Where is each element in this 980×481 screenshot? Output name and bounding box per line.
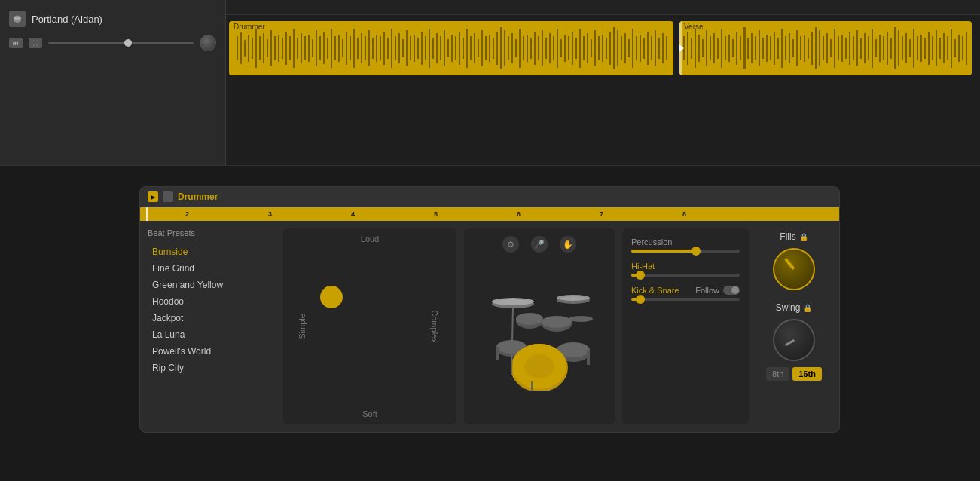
svg-rect-130 — [732, 39, 734, 57]
percussion-control: Percussion — [631, 237, 740, 253]
beat-presets-title: Beat Presets — [148, 228, 276, 237]
svg-rect-24 — [319, 36, 321, 60]
volume-slider-thumb[interactable] — [124, 39, 132, 47]
kit-icon-gear[interactable]: ⚙ — [502, 236, 519, 253]
track-name-row: Portland (Aidan) — [9, 11, 216, 27]
svg-rect-80 — [530, 38, 532, 59]
svg-rect-77 — [519, 29, 521, 68]
swing-knob-indicator — [784, 339, 795, 347]
svg-rect-177 — [909, 39, 911, 57]
svg-rect-59 — [451, 35, 453, 62]
svg-rect-72 — [500, 27, 502, 69]
rewind-button[interactable]: ⏮ — [9, 38, 23, 48]
svg-rect-58 — [447, 39, 449, 57]
svg-rect-39 — [376, 35, 377, 62]
drummer-panel-title: Drummer — [178, 191, 218, 202]
svg-rect-153 — [819, 30, 820, 66]
svg-rect-33 — [353, 29, 355, 68]
hihat-slider-thumb[interactable] — [636, 271, 645, 280]
preset-rip-city[interactable]: Rip City — [148, 360, 276, 376]
note-8th-button[interactable]: 8th — [766, 367, 789, 381]
svg-rect-185 — [939, 38, 941, 59]
svg-rect-71 — [496, 32, 498, 65]
svg-rect-135 — [751, 33, 753, 63]
note-16th-button[interactable]: 16th — [792, 367, 822, 381]
ruler-marker-4: 4 — [351, 210, 355, 218]
preset-burnside[interactable]: Burnside — [148, 244, 276, 260]
kick-snare-control: Kick & Snare Follow — [631, 286, 740, 301]
preset-la-luna[interactable]: La Luna — [148, 326, 276, 343]
svg-rect-83 — [542, 30, 543, 66]
drummer-panel-header: ▶ Drummer — [140, 187, 839, 207]
svg-rect-106 — [628, 39, 630, 57]
svg-rect-182 — [928, 32, 930, 65]
volume-slider-track[interactable] — [48, 42, 194, 44]
svg-rect-100 — [606, 38, 607, 59]
kit-icon-hand[interactable]: ✋ — [560, 236, 576, 253]
percussion-slider[interactable] — [631, 250, 740, 253]
svg-rect-171 — [887, 32, 888, 65]
svg-rect-60 — [455, 36, 456, 60]
svg-rect-157 — [834, 29, 835, 68]
preset-jackpot[interactable]: Jackpot — [148, 310, 276, 326]
drummer-region[interactable]: Drummer — [229, 21, 673, 75]
svg-rect-186 — [943, 33, 945, 63]
verse-region[interactable]: Verse — [679, 21, 972, 75]
svg-rect-184 — [936, 30, 937, 66]
svg-rect-84 — [545, 38, 547, 59]
svg-rect-51 — [421, 32, 423, 65]
percussion-slider-thumb[interactable] — [691, 247, 701, 256]
fills-lock-icon[interactable]: 🔒 — [799, 233, 808, 241]
svg-rect-96 — [591, 39, 592, 57]
timeline-ruler — [226, 0, 980, 15]
preset-powells-world[interactable]: Powell's World — [148, 343, 276, 360]
svg-rect-121 — [698, 35, 700, 62]
svg-rect-141 — [774, 32, 775, 65]
volume-control — [48, 42, 194, 44]
svg-rect-2 — [237, 36, 238, 60]
pad-label-loud: Loud — [361, 234, 379, 244]
svg-rect-149 — [804, 35, 805, 62]
follow-toggle[interactable]: Follow — [695, 286, 740, 295]
drummer-ruler: 2 3 4 5 6 7 8 — [140, 207, 839, 221]
svg-rect-48 — [410, 36, 411, 60]
performance-pad-dot[interactable] — [320, 286, 343, 308]
svg-rect-208 — [496, 347, 499, 360]
svg-rect-13 — [278, 35, 279, 62]
svg-rect-91 — [572, 32, 573, 65]
svg-rect-93 — [579, 29, 581, 68]
fills-knob[interactable] — [773, 248, 815, 290]
svg-rect-23 — [316, 30, 317, 66]
svg-rect-175 — [902, 36, 903, 60]
svg-rect-4 — [244, 40, 246, 57]
svg-rect-89 — [564, 35, 566, 62]
svg-rect-69 — [489, 35, 490, 62]
svg-rect-82 — [538, 36, 539, 60]
svg-rect-29 — [338, 35, 340, 62]
swing-lock-icon[interactable]: 🔒 — [803, 304, 812, 312]
svg-rect-155 — [826, 33, 828, 63]
hihat-slider[interactable] — [631, 274, 740, 277]
svg-rect-134 — [747, 38, 749, 59]
headphone-button[interactable]: 🎧 — [29, 38, 42, 48]
svg-rect-129 — [728, 35, 730, 62]
svg-rect-154 — [823, 36, 824, 60]
kit-icon-mic[interactable]: 🎤 — [531, 236, 548, 253]
preset-fine-grind[interactable]: Fine Grind — [148, 260, 276, 277]
controls-panel: Percussion Hi-Hat Kick & Snare — [622, 228, 749, 424]
preset-green-yellow[interactable]: Green and Yellow — [148, 277, 276, 293]
swing-knob[interactable] — [773, 319, 815, 361]
svg-rect-205 — [587, 350, 590, 365]
kick-snare-slider[interactable] — [631, 298, 740, 301]
kick-snare-slider-thumb[interactable] — [636, 295, 645, 304]
timeline-area: Drummer — [226, 0, 980, 165]
pan-knob[interactable] — [200, 35, 216, 51]
performance-pad[interactable]: Loud Soft Simple Complex — [283, 228, 456, 424]
preset-hoodoo[interactable]: Hoodoo — [148, 293, 276, 310]
kick-snare-header: Kick & Snare Follow — [631, 286, 740, 295]
follow-toggle-pill[interactable] — [723, 286, 740, 295]
svg-point-194 — [492, 298, 534, 305]
svg-rect-124 — [710, 36, 711, 60]
svg-rect-41 — [383, 32, 385, 65]
svg-point-197 — [569, 316, 593, 322]
